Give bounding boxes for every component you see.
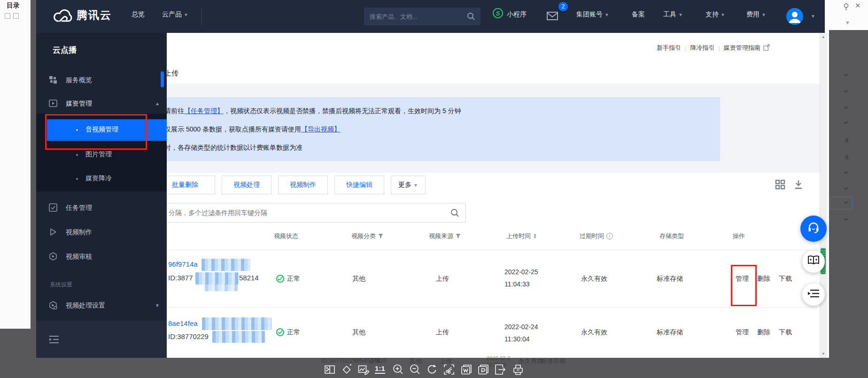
avatar-chevron-icon[interactable]: ▼ xyxy=(811,14,815,19)
help-chat-button[interactable] xyxy=(800,216,827,242)
video-create-button[interactable]: 视频制作 xyxy=(278,176,328,194)
manage-link[interactable]: 管理 xyxy=(736,328,749,337)
quick-edit-button[interactable]: 快捷编辑 xyxy=(334,176,384,194)
external-link-icon[interactable] xyxy=(763,44,770,52)
filter-funnel-icon[interactable] xyxy=(378,233,383,240)
export-icon[interactable] xyxy=(494,363,506,376)
sidebar-item-video-production[interactable]: 视频制作 xyxy=(36,225,167,244)
indent-list-icon xyxy=(807,288,820,301)
feedback-list-button[interactable] xyxy=(802,283,825,306)
export-video-link[interactable]: 【导出视频】 xyxy=(301,125,341,133)
overview-grid-icon xyxy=(49,76,57,86)
avatar[interactable] xyxy=(786,8,803,25)
category-cell: 其他 xyxy=(352,328,365,337)
delete-link[interactable]: 删除 xyxy=(757,328,770,337)
guide-link-newbie[interactable]: 新手指引 xyxy=(657,44,681,52)
nav-cloud-products[interactable]: 云产品▼ xyxy=(162,10,188,19)
nav-beian[interactable]: 备案 xyxy=(632,10,645,19)
nav-group-account[interactable]: 集团账号▼ xyxy=(576,10,609,19)
filter-search-icon[interactable] xyxy=(450,208,460,220)
notification-badge[interactable]: 2 xyxy=(558,2,568,11)
col-actions: 操作 xyxy=(733,232,745,240)
edit-image-icon[interactable] xyxy=(357,363,370,376)
nav-tools[interactable]: 工具▼ xyxy=(663,10,683,19)
expiry-cell: 永久有效 xyxy=(581,275,607,283)
video-id-prefix: ID:3877 xyxy=(168,274,193,282)
video-id-prefix: ID:38770229 xyxy=(168,332,209,340)
sidebar-item-task-management[interactable]: 任务管理 xyxy=(36,201,167,220)
nav-overview[interactable]: 总览 xyxy=(132,10,145,19)
docs-button[interactable] xyxy=(802,250,825,273)
print-icon[interactable] xyxy=(512,363,524,376)
sort-icon[interactable]: ▲▼ xyxy=(533,233,537,239)
export-pdf-icon[interactable] xyxy=(477,363,489,376)
col-storage-type: 存储类型 xyxy=(659,232,684,240)
scrollbar-track[interactable]: ▲ ▼ xyxy=(820,33,827,358)
tencent-cloud-logo-icon[interactable] xyxy=(52,8,73,26)
export-word-icon[interactable] xyxy=(460,363,473,376)
toc-icon[interactable] xyxy=(5,13,10,19)
notice-line-3: 时，各存储类型的统计数据以计费账单数据为准 xyxy=(164,144,302,152)
col-video-category: 视频分类 xyxy=(351,232,383,240)
search-icon[interactable] xyxy=(466,12,476,23)
corner-chevron-icon[interactable]: ▼ xyxy=(845,20,850,25)
crop-screenshot-icon[interactable] xyxy=(443,363,455,376)
table-header-row: 视频状态 视频分类 视频来源 上传时间 ▲▼ 过期时间 i 存储类型 操作 xyxy=(167,232,817,250)
erase-icon[interactable] xyxy=(341,363,353,376)
doc-left-panel xyxy=(0,0,31,329)
nav-support[interactable]: 支持▼ xyxy=(705,10,725,19)
search-input[interactable] xyxy=(364,8,480,25)
bullet-icon xyxy=(76,178,78,180)
source-cell: 上传 xyxy=(436,328,449,337)
sidebar-scroll-thumb[interactable] xyxy=(161,71,164,87)
mail-icon[interactable] xyxy=(547,11,558,23)
play-outline-icon xyxy=(49,228,57,238)
guide-link-cooldown[interactable]: 降冷指引 xyxy=(690,44,714,52)
scroll-down-arrow[interactable]: ▼ xyxy=(822,352,825,356)
delete-link[interactable]: 删除 xyxy=(757,275,770,283)
filter-input[interactable] xyxy=(155,203,465,222)
rotate-icon[interactable] xyxy=(426,363,438,376)
brand-name[interactable]: 腾讯云 xyxy=(77,8,112,23)
annotation-red-box-manage xyxy=(731,265,757,306)
notice-line-1: 请前往【任务管理】，视频状态仅表示视频是否禁播，禁播后视频将无法正常观看，生效时… xyxy=(164,107,461,116)
toc-icon-2[interactable] xyxy=(13,13,19,19)
blur-mosaic xyxy=(202,259,250,271)
category-cell: 其他 xyxy=(352,275,365,283)
pin-icon[interactable] xyxy=(842,3,850,13)
nav-billing[interactable]: 费用▼ xyxy=(746,10,766,19)
upload-clock: 11:30:04 xyxy=(504,335,529,343)
sidebar-item-video-review[interactable]: 视频审核 xyxy=(36,250,167,269)
video-name-link[interactable]: 96f9714a xyxy=(168,260,198,268)
guide-link-media-guide[interactable]: 媒资管理指南 xyxy=(724,44,760,52)
zoom-out-icon[interactable] xyxy=(409,363,421,376)
gallery-view-icon[interactable] xyxy=(775,179,785,192)
download-list-icon[interactable] xyxy=(793,179,804,192)
page-header xyxy=(167,33,820,84)
close-icon[interactable]: ✕ xyxy=(855,1,861,10)
headset-icon xyxy=(806,221,821,237)
filter-funnel-icon[interactable] xyxy=(456,233,461,240)
sidebar-item-service-overview[interactable]: 服务概览 xyxy=(36,73,167,92)
sidebar-item-media-cooldown[interactable]: 媒资降冷 xyxy=(36,170,167,189)
notice-line-2: 仅展示 5000 条数据，获取点播所有媒资请使用【导出视频】 xyxy=(164,125,341,134)
pilcrow-return-mark: ↵ xyxy=(844,169,849,176)
sidebar-item-media-management[interactable]: 媒资管理 ▲ xyxy=(36,97,167,116)
sidebar-collapse-icon[interactable] xyxy=(49,335,59,346)
sidebar-item-video-process-settings[interactable]: 视频处理设置 ▼ xyxy=(36,299,167,317)
info-icon[interactable]: i xyxy=(606,233,613,239)
split-view-icon[interactable] xyxy=(324,363,336,376)
video-process-button[interactable]: 视频处理 xyxy=(222,176,271,194)
pilcrow-return-mark: ↵ xyxy=(844,88,849,95)
upload-date: 2022-02-25 xyxy=(504,268,538,276)
actual-size-icon[interactable]: 1:1 xyxy=(375,364,387,377)
scroll-up-arrow[interactable]: ▲ xyxy=(822,35,825,39)
more-button[interactable]: 更多▼ xyxy=(391,176,426,194)
download-link[interactable]: 下载 xyxy=(779,328,792,337)
download-link[interactable]: 下载 xyxy=(779,275,792,283)
bullet-icon xyxy=(76,154,78,156)
nav-miniprogram[interactable]: 小程序 xyxy=(507,10,527,19)
video-name-link[interactable]: 8ae14fea xyxy=(168,319,198,327)
task-manage-link[interactable]: 【任务管理】 xyxy=(184,107,224,115)
zoom-in-icon[interactable] xyxy=(392,363,404,376)
